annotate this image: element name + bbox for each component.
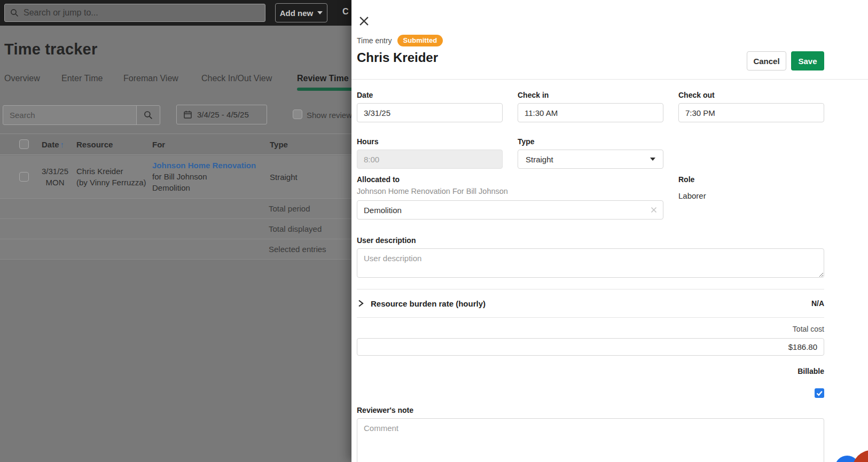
reviewer-note-textarea[interactable] [357,418,824,462]
clipped-header-text: C [342,7,349,17]
resource-name: Chris Kreider [76,166,146,177]
date-range-value: 3/4/25 - 4/5/25 [197,110,249,119]
date-input[interactable] [357,103,503,122]
entry-day: MON [37,177,73,188]
divider [357,317,824,318]
chevron-down-icon [650,158,655,161]
user-description-textarea[interactable] [357,248,824,278]
summary-label: Selected entries [269,245,326,254]
tab-overview[interactable]: Overview [4,74,40,83]
column-header-date[interactable]: Date↑ [42,140,64,149]
page-title: Time tracker [4,41,97,58]
search-icon [144,111,153,120]
check-out-input[interactable] [678,103,824,122]
burden-rate-value: N/A [811,299,824,308]
total-cost-label: Total cost [357,325,824,333]
date-label: Date [357,91,503,99]
entry-date: 3/31/25 [37,166,73,177]
field-total-cost: Total cost [357,325,824,356]
check-out-label: Check out [678,91,824,99]
user-description-label: User description [357,236,824,245]
clear-icon[interactable] [651,207,657,213]
field-date: Date [357,91,503,122]
divider [351,79,868,80]
type-selected-value: Straight [526,155,553,164]
close-icon [359,16,369,26]
summary-label: Total period [269,204,310,213]
burden-rate-label: Resource burden rate (hourly) [371,299,486,308]
allocated-to-label: Allocated to [357,175,663,184]
type-label: Type [518,137,663,146]
field-type: Type Straight [518,137,663,169]
field-reviewer-note: Reviewer's note [357,406,824,462]
allocated-to-input[interactable] [357,200,663,220]
field-role: Role Laborer [678,175,824,200]
column-header-type[interactable]: Type [270,140,288,149]
cell-for: Johnson Home Renovation for Bill Johnson… [152,160,256,193]
field-hours: Hours [357,137,503,169]
add-new-label: Add new [280,9,314,18]
active-tab-underline [297,88,360,91]
job-phase: Demolition [152,182,256,193]
field-user-description: User description [357,236,824,280]
checkmark-icon [815,388,824,398]
burden-rate-section: Resource burden rate (hourly) N/A [357,293,824,314]
table-search [3,105,160,125]
tab-review-time[interactable]: Review Time [297,74,349,83]
close-drawer-button[interactable] [357,15,371,29]
add-new-button[interactable]: Add new [275,3,327,22]
chevron-down-icon [317,11,323,14]
resource-entered-by: (by Vinny Ferruzza) [76,177,146,188]
tab-enter-time[interactable]: Enter Time [61,74,103,83]
date-range-picker[interactable]: 3/4/25 - 4/5/25 [176,105,267,124]
total-cost-input[interactable] [357,338,824,356]
check-in-input[interactable] [518,103,663,122]
row-checkbox[interactable] [19,172,29,182]
field-check-in: Check in [518,91,663,122]
cell-type: Straight [270,171,298,183]
billable-checkbox[interactable] [815,388,824,398]
field-check-out: Check out [678,91,824,122]
check-in-label: Check in [518,91,663,99]
save-button[interactable]: Save [791,51,824,71]
type-select[interactable]: Straight [518,150,663,169]
hours-label: Hours [357,137,503,146]
table-search-input[interactable] [3,106,136,124]
search-icon [10,9,19,17]
column-header-for[interactable]: For [152,140,165,149]
job-link[interactable]: Johnson Home Renovation [152,160,256,171]
time-tracker-app: Add new C Time tracker Overview Enter Ti… [0,0,868,462]
entity-type-label: Time entry [357,36,392,45]
summary-label: Total displayed [269,224,322,233]
status-badge: Submitted [397,35,443,46]
field-allocated-to: Allocated to Johnson Home Renovation For… [357,175,663,220]
column-header-resource[interactable]: Resource [76,140,113,149]
billable-label: Billable [797,367,824,375]
cell-resource: Chris Kreider (by Vinny Ferruzza) [76,166,146,188]
time-entry-drawer: Time entry Submitted Chris Kreider Cance… [351,0,868,462]
job-client: for Bill Johnson [152,171,256,182]
entity-row: Time entry Submitted [357,35,443,46]
role-label: Role [678,175,824,184]
reviewer-note-label: Reviewer's note [357,406,824,414]
tab-check-in-out-view[interactable]: Check In/Out View [201,74,272,83]
calendar-icon [183,110,192,119]
role-value: Laborer [678,191,824,200]
drawer-actions: Cancel Save [747,51,824,71]
column-label: Date [42,140,59,149]
divider [357,289,824,289]
show-reviewed-checkbox[interactable] [293,109,302,119]
field-billable: Billable [797,366,824,400]
allocated-to-job: Johnson Home Renovation For Bill Johnson [357,187,663,195]
select-all-checkbox[interactable] [19,139,29,149]
cell-date: 3/31/25 MON [37,166,73,188]
global-search[interactable] [4,4,265,22]
sort-ascending-icon: ↑ [60,140,65,149]
tab-foreman-view[interactable]: Foreman View [123,74,178,83]
chevron-right-icon [357,299,364,308]
burden-rate-toggle[interactable]: Resource burden rate (hourly) [357,299,486,308]
drawer-title: Chris Kreider [357,50,438,65]
cancel-button[interactable]: Cancel [747,51,786,71]
search-button[interactable] [136,106,160,124]
global-search-input[interactable] [24,8,260,18]
